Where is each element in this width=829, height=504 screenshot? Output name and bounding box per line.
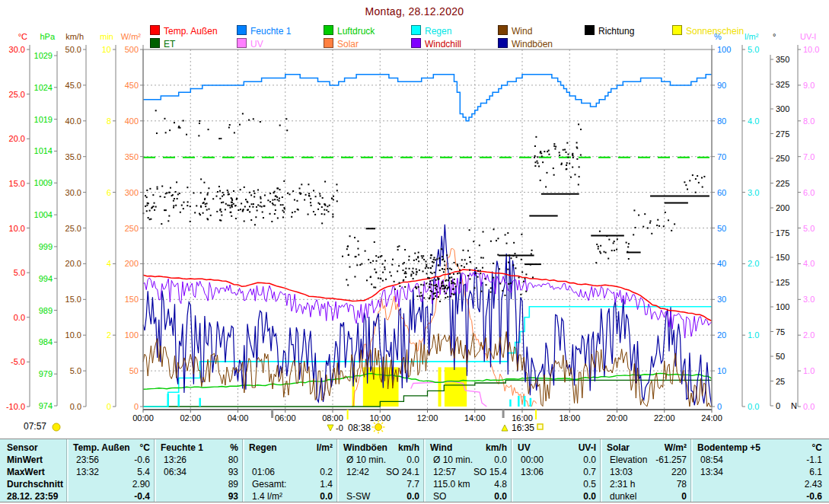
direction-dot <box>319 203 320 205</box>
axis-tick-label-hPa: 1009 <box>34 178 53 187</box>
direction-dot <box>205 206 206 207</box>
direction-dot <box>368 259 369 260</box>
direction-dot <box>419 270 420 271</box>
stats-col-unit: km/h <box>390 442 419 453</box>
axis-tick-label-UV-I: 0.0 <box>803 402 815 411</box>
axis-tick-label-°C: 0.0 <box>14 313 25 322</box>
direction-dot <box>402 270 403 271</box>
x-axis-label: 20:00 <box>607 413 628 423</box>
axis-tick-label-W/m²: 500 <box>125 45 139 54</box>
direction-dot <box>179 193 180 194</box>
direction-dot <box>416 273 417 275</box>
direction-dot <box>376 260 378 262</box>
direction-dot <box>425 260 426 262</box>
direction-dot <box>520 294 521 295</box>
axis-tick-label-%: 10 <box>717 366 726 375</box>
axis-tick-label-UV-I: 7.0 <box>803 152 815 161</box>
direction-dot <box>531 254 532 255</box>
direction-dot <box>579 166 580 167</box>
direction-dot <box>255 216 257 218</box>
direction-dot <box>292 212 293 213</box>
axis-tick-label-UV-I: 4.0 <box>803 259 815 268</box>
stats-cell-value: 0.0 <box>284 491 333 502</box>
direction-dot <box>146 190 148 191</box>
axis-tick-label-°: 75 <box>776 327 785 337</box>
direction-dot <box>414 253 416 254</box>
direction-dot <box>420 284 422 285</box>
direction-dot <box>515 267 516 269</box>
direction-dot <box>254 224 256 225</box>
axis-tick-label-%: 0 <box>717 402 722 411</box>
direction-dot <box>430 254 432 256</box>
direction-dot <box>228 191 229 193</box>
direction-dot <box>507 232 509 234</box>
stats-col-title: UV <box>518 442 573 453</box>
direction-dot <box>442 282 443 284</box>
axis-tick-label-km/h: 15.0 <box>65 295 81 304</box>
direction-dot <box>260 202 262 203</box>
direction-dot <box>476 267 477 269</box>
direction-dot <box>627 246 629 247</box>
stats-col-title: Solar <box>607 442 663 453</box>
axis-tick-label-%: 20 <box>717 330 726 340</box>
direction-dot <box>432 266 433 267</box>
direction-dot <box>348 254 349 256</box>
direction-dot <box>365 250 366 252</box>
direction-dot <box>480 273 481 274</box>
direction-dot <box>422 255 424 257</box>
axis-tick-label-UV-I: 1.0 <box>803 366 815 375</box>
stats-cell-value: 93 <box>193 491 238 502</box>
direction-dot <box>177 193 179 195</box>
direction-dot <box>572 153 573 155</box>
axis-tick-label-%: 50 <box>717 224 726 233</box>
direction-dot <box>576 158 578 160</box>
stats-col-separator <box>424 439 426 502</box>
direction-dot <box>692 174 693 176</box>
axis-tick-label-km/h: 5.0 <box>70 366 81 375</box>
stats-cell-value: 0.0 <box>550 491 596 502</box>
direction-dot <box>470 261 471 263</box>
stats-col-separator <box>155 439 156 502</box>
axis-tick-label-UV-I: 8.0 <box>803 116 815 126</box>
direction-dot <box>274 199 276 200</box>
direction-dot <box>564 149 566 151</box>
weather-chart: °C30.025.020.015.010.05.00.0-5.0-10.0hPa… <box>0 0 829 439</box>
direction-dot <box>453 294 454 295</box>
direction-dot <box>374 241 375 243</box>
stats-col-title: Windböen <box>343 442 397 453</box>
axis-tick-label-l/m²: 3.0 <box>748 188 759 197</box>
direction-dot <box>332 216 333 218</box>
direction-dot <box>372 260 374 262</box>
sunrise-arrow-icon <box>327 425 333 431</box>
stats-cell-value: 0.0 <box>461 455 507 465</box>
direction-dot <box>327 206 328 207</box>
axis-tick-label-°: 250 <box>776 154 789 163</box>
direction-dot <box>381 255 382 257</box>
direction-dot <box>174 198 175 199</box>
direction-dot <box>371 283 372 285</box>
direction-dot <box>483 231 484 232</box>
direction-dot <box>280 204 282 206</box>
direction-dot <box>429 286 431 288</box>
direction-dot <box>308 183 309 185</box>
direction-dot <box>452 289 454 290</box>
direction-dot <box>183 208 184 209</box>
direction-dot <box>283 212 285 213</box>
direction-dot <box>649 222 651 224</box>
direction-dot <box>658 225 660 227</box>
stats-cell-value: 2.90 <box>104 479 150 490</box>
direction-dot <box>313 211 314 212</box>
direction-dot <box>269 213 271 215</box>
direction-dot <box>446 288 448 289</box>
day-length-sun-icon <box>53 423 60 431</box>
direction-dot <box>599 231 601 232</box>
direction-dot <box>566 162 568 164</box>
direction-dot <box>385 279 387 280</box>
direction-dot <box>301 183 302 185</box>
direction-dot <box>354 237 356 238</box>
direction-dot <box>244 221 245 222</box>
direction-dot <box>235 218 237 219</box>
x-axis-label: 24:00 <box>701 413 722 423</box>
direction-dot <box>269 201 271 203</box>
direction-dot <box>467 275 469 276</box>
